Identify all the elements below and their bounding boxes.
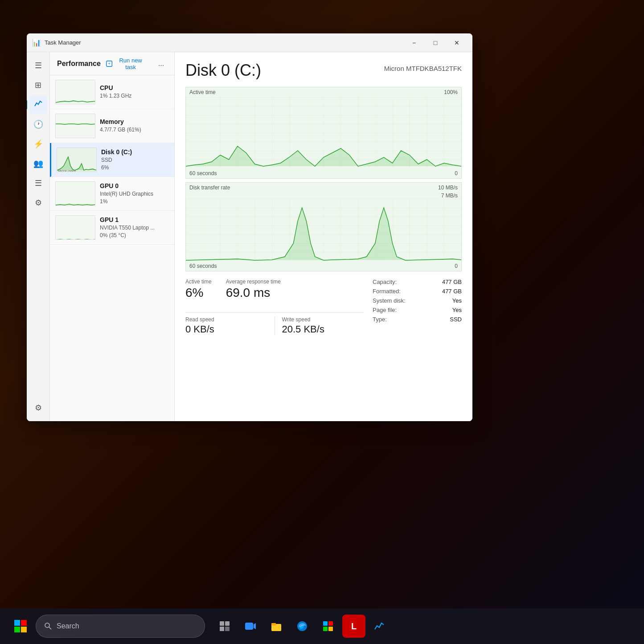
- sidebar-item-details[interactable]: ☰: [29, 174, 47, 192]
- write-speed-value: 20.5 KB/s: [282, 324, 364, 335]
- start-button[interactable]: [9, 615, 32, 638]
- sidebar-item-menu[interactable]: ☰: [29, 57, 47, 74]
- svg-rect-18: [220, 621, 224, 626]
- menu-icon: ☰: [35, 61, 42, 70]
- sidebar-item-settings[interactable]: ⚙: [29, 399, 47, 417]
- memory-graph: [55, 114, 95, 138]
- file-explorer-button[interactable]: [265, 615, 288, 638]
- chart2-top-labels: Disk transfer rate 10 MB/s: [186, 183, 461, 193]
- desktop: 📊 Task Manager − □ ✕ ☰ ⊞: [0, 0, 644, 644]
- svg-rect-21: [225, 627, 230, 631]
- sidebar-item-users[interactable]: 👥: [29, 155, 47, 172]
- task-manager-taskbar-icon: [374, 620, 386, 632]
- transfer-rate-chart: Disk transfer rate 10 MB/s 7 MB/s: [185, 182, 462, 271]
- perf-item-gpu0[interactable]: GPU 0 Intel(R) UHD Graphics 1%: [50, 177, 174, 211]
- panel: Performance + Run new task ...: [50, 52, 472, 421]
- svg-text:Micron mden...: Micron mden...: [58, 169, 78, 172]
- formatted-row: Formatted: 477 GB: [373, 288, 462, 295]
- more-button[interactable]: ...: [155, 57, 167, 70]
- close-button[interactable]: ✕: [447, 36, 467, 50]
- svg-rect-25: [271, 623, 276, 625]
- svg-marker-23: [254, 623, 256, 629]
- svg-rect-22: [245, 623, 253, 630]
- write-speed-label: Write speed: [282, 316, 364, 323]
- svg-rect-19: [225, 621, 230, 626]
- users-icon: 👥: [33, 159, 43, 168]
- chart2-mid-right: 7 MB/s: [441, 193, 458, 199]
- svg-rect-14: [14, 627, 20, 632]
- gpu1-name: GPU 1: [100, 216, 169, 223]
- active-time-stat: Active time 6%: [185, 279, 212, 300]
- minimize-button[interactable]: −: [404, 36, 424, 50]
- chart1-bottom-left: 60 seconds: [189, 170, 217, 176]
- gpu0-info: GPU 0 Intel(R) UHD Graphics 1%: [100, 182, 169, 205]
- perf-header-title: Performance: [57, 60, 101, 68]
- read-speed-label: Read speed: [185, 316, 267, 323]
- formatted-label: Formatted:: [373, 288, 401, 295]
- sidebar-item-services[interactable]: ⚙: [29, 194, 47, 212]
- search-bar[interactable]: Search: [36, 615, 205, 638]
- task-manager-window: 📊 Task Manager − □ ✕ ☰ ⊞: [27, 33, 472, 421]
- taskbar-task-manager-button[interactable]: [368, 615, 391, 638]
- settings-icon: ⚙: [35, 403, 42, 413]
- perf-item-memory[interactable]: Memory 4.7/7.7 GB (61%): [50, 109, 174, 143]
- sidebar-item-app-history[interactable]: 🕐: [29, 115, 47, 133]
- perf-item-cpu[interactable]: CPU 1% 1.23 GHz: [50, 75, 174, 109]
- titlebar-icon: 📊: [32, 38, 41, 47]
- chart1-top-labels: Active time 100%: [186, 87, 461, 97]
- svg-rect-30: [328, 627, 333, 631]
- capacity-value: 477 GB: [442, 279, 462, 285]
- performance-icon: [34, 99, 43, 111]
- capacity-label: Capacity:: [373, 279, 397, 285]
- run-new-task-button[interactable]: + Run new task: [101, 54, 152, 73]
- perf-item-gpu1[interactable]: GPU 1 NVIDIA T550 Laptop ... 0% (35 °C): [50, 211, 174, 245]
- formatted-value: 477 GB: [442, 288, 462, 295]
- zoom-button[interactable]: [239, 615, 262, 638]
- chart1-bottom-labels: 60 seconds 0: [186, 168, 461, 178]
- edge-button[interactable]: [291, 615, 314, 638]
- disk0-detail1: SSD: [101, 156, 169, 164]
- stats-row: Active time 6% Average response time 69.…: [185, 279, 462, 335]
- read-speed-stat: Read speed 0 KB/s: [185, 316, 267, 335]
- main-stats: Active time 6% Average response time 69.…: [185, 279, 364, 335]
- search-icon: [44, 622, 52, 630]
- zoom-icon: [245, 620, 256, 632]
- svg-rect-28: [328, 621, 333, 626]
- sidebar-item-performance[interactable]: [29, 96, 47, 114]
- svg-line-17: [49, 627, 51, 629]
- chart2-bottom-right: 0: [455, 263, 458, 269]
- active-time-chart: Active time 100%: [185, 87, 462, 179]
- svg-text:+: +: [108, 61, 110, 66]
- cpu-info: CPU 1% 1.23 GHz: [100, 84, 169, 100]
- svg-rect-2: [56, 80, 95, 104]
- run-task-icon: +: [106, 60, 112, 67]
- task-view-icon: [219, 620, 230, 632]
- l-app-label: L: [351, 621, 357, 632]
- maximize-button[interactable]: □: [425, 36, 446, 50]
- system-disk-value: Yes: [452, 297, 462, 304]
- store-icon: [322, 620, 334, 632]
- active-time-value: 6%: [185, 286, 212, 300]
- search-label: Search: [57, 622, 79, 630]
- svg-point-16: [45, 623, 49, 628]
- perf-item-disk0[interactable]: Micron mden... Disk 0 (C:) SSD 6%: [50, 143, 174, 177]
- disk0-graph: Micron mden...: [57, 148, 97, 172]
- chart2-label-right: 10 MB/s: [438, 185, 458, 191]
- sidebar-item-startup[interactable]: ⚡: [29, 135, 47, 153]
- disk0-name: Disk 0 (C:): [101, 148, 169, 156]
- page-file-value: Yes: [452, 307, 462, 313]
- gpu0-graph: [55, 181, 95, 206]
- file-explorer-icon: [271, 620, 282, 632]
- l-app-button[interactable]: L: [342, 615, 365, 638]
- edge-icon: [296, 620, 308, 632]
- sidebar-item-processes[interactable]: ⊞: [29, 76, 47, 94]
- active-time-label: Active time: [185, 279, 212, 285]
- detail-header: Disk 0 (C:) Micron MTFDKBA512TFK: [185, 61, 462, 80]
- task-view-button[interactable]: [213, 615, 236, 638]
- perf-header: Performance + Run new task ...: [50, 52, 174, 75]
- store-button[interactable]: [316, 615, 340, 638]
- processes-icon: ⊞: [35, 80, 41, 90]
- svg-rect-3: [56, 114, 95, 138]
- chart1-bottom-right: 0: [455, 170, 458, 176]
- chart2-bottom-left: 60 seconds: [189, 263, 217, 269]
